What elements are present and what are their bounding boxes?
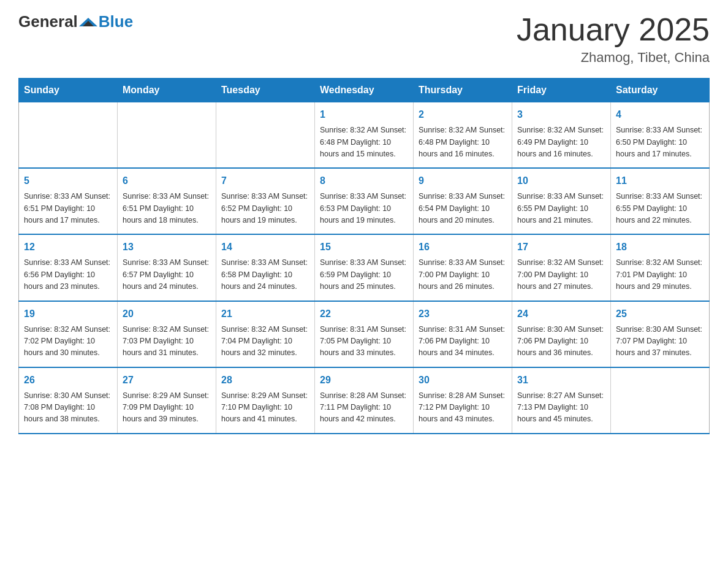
header-monday: Monday: [118, 79, 216, 102]
calendar-cell: 4Sunrise: 8:33 AM Sunset: 6:50 PM Daylig…: [611, 102, 710, 169]
day-number: 10: [517, 174, 605, 188]
day-info: Sunrise: 8:33 AM Sunset: 6:57 PM Dayligh…: [123, 257, 211, 293]
calendar-cell: [216, 102, 315, 169]
day-info: Sunrise: 8:32 AM Sunset: 6:49 PM Dayligh…: [517, 124, 605, 160]
calendar-cell: [19, 102, 118, 169]
day-number: 20: [123, 307, 211, 321]
day-number: 29: [320, 373, 408, 388]
calendar-week-row: 26Sunrise: 8:30 AM Sunset: 7:08 PM Dayli…: [19, 367, 710, 434]
calendar-cell: 22Sunrise: 8:31 AM Sunset: 7:05 PM Dayli…: [315, 301, 414, 367]
calendar-week-row: 1Sunrise: 8:32 AM Sunset: 6:48 PM Daylig…: [19, 102, 710, 169]
day-info: Sunrise: 8:30 AM Sunset: 7:07 PM Dayligh…: [616, 324, 704, 359]
day-number: 31: [517, 373, 605, 388]
calendar-cell: 19Sunrise: 8:32 AM Sunset: 7:02 PM Dayli…: [19, 301, 118, 367]
header-sunday: Sunday: [19, 79, 118, 102]
logo: General Blue: [18, 12, 133, 31]
calendar-cell: 28Sunrise: 8:29 AM Sunset: 7:10 PM Dayli…: [216, 367, 315, 434]
calendar-cell: 8Sunrise: 8:33 AM Sunset: 6:53 PM Daylig…: [315, 168, 414, 234]
day-number: 23: [419, 307, 507, 321]
day-number: 6: [123, 174, 211, 188]
month-title: January 2025: [517, 12, 710, 47]
day-info: Sunrise: 8:29 AM Sunset: 7:10 PM Dayligh…: [221, 390, 309, 426]
calendar-cell: 9Sunrise: 8:33 AM Sunset: 6:54 PM Daylig…: [414, 168, 512, 234]
calendar-cell: 6Sunrise: 8:33 AM Sunset: 6:51 PM Daylig…: [118, 168, 216, 234]
day-number: 1: [320, 107, 408, 122]
calendar-cell: 14Sunrise: 8:33 AM Sunset: 6:58 PM Dayli…: [216, 234, 315, 301]
calendar-cell: 18Sunrise: 8:32 AM Sunset: 7:01 PM Dayli…: [611, 234, 710, 301]
calendar-cell: 13Sunrise: 8:33 AM Sunset: 6:57 PM Dayli…: [118, 234, 216, 301]
calendar-cell: 30Sunrise: 8:28 AM Sunset: 7:12 PM Dayli…: [414, 367, 512, 434]
calendar-week-row: 12Sunrise: 8:33 AM Sunset: 6:56 PM Dayli…: [19, 234, 710, 301]
day-info: Sunrise: 8:29 AM Sunset: 7:09 PM Dayligh…: [123, 390, 211, 426]
day-number: 11: [616, 174, 704, 188]
day-number: 17: [517, 240, 605, 255]
day-info: Sunrise: 8:31 AM Sunset: 7:05 PM Dayligh…: [320, 324, 408, 359]
day-info: Sunrise: 8:31 AM Sunset: 7:06 PM Dayligh…: [419, 324, 507, 359]
day-number: 26: [24, 373, 112, 388]
day-info: Sunrise: 8:33 AM Sunset: 6:50 PM Dayligh…: [616, 124, 704, 160]
day-number: 3: [517, 107, 605, 122]
day-info: Sunrise: 8:33 AM Sunset: 6:51 PM Dayligh…: [123, 191, 211, 226]
calendar-cell: 31Sunrise: 8:27 AM Sunset: 7:13 PM Dayli…: [512, 367, 611, 434]
calendar-cell: 27Sunrise: 8:29 AM Sunset: 7:09 PM Dayli…: [118, 367, 216, 434]
day-number: 24: [517, 307, 605, 321]
calendar-cell: [118, 102, 216, 169]
calendar-cell: 11Sunrise: 8:33 AM Sunset: 6:55 PM Dayli…: [611, 168, 710, 234]
day-number: 30: [419, 373, 507, 388]
calendar-cell: 1Sunrise: 8:32 AM Sunset: 6:48 PM Daylig…: [315, 102, 414, 169]
location-title: Zhamog, Tibet, China: [517, 50, 710, 66]
day-number: 14: [221, 240, 309, 255]
day-info: Sunrise: 8:33 AM Sunset: 6:55 PM Dayligh…: [616, 191, 704, 226]
logo-icon: [79, 13, 97, 31]
day-info: Sunrise: 8:32 AM Sunset: 7:01 PM Dayligh…: [616, 257, 704, 293]
day-info: Sunrise: 8:33 AM Sunset: 6:51 PM Dayligh…: [24, 191, 112, 226]
calendar-table: Sunday Monday Tuesday Wednesday Thursday…: [18, 78, 710, 434]
day-number: 7: [221, 174, 309, 188]
day-info: Sunrise: 8:27 AM Sunset: 7:13 PM Dayligh…: [517, 390, 605, 426]
calendar-cell: 12Sunrise: 8:33 AM Sunset: 6:56 PM Dayli…: [19, 234, 118, 301]
day-number: 2: [419, 107, 507, 122]
day-info: Sunrise: 8:32 AM Sunset: 7:03 PM Dayligh…: [123, 324, 211, 359]
calendar-cell: 20Sunrise: 8:32 AM Sunset: 7:03 PM Dayli…: [118, 301, 216, 367]
day-info: Sunrise: 8:33 AM Sunset: 6:56 PM Dayligh…: [24, 257, 112, 293]
calendar-cell: 3Sunrise: 8:32 AM Sunset: 6:49 PM Daylig…: [512, 102, 611, 169]
calendar-cell: 16Sunrise: 8:33 AM Sunset: 7:00 PM Dayli…: [414, 234, 512, 301]
calendar-cell: 29Sunrise: 8:28 AM Sunset: 7:11 PM Dayli…: [315, 367, 414, 434]
day-number: 8: [320, 174, 408, 188]
day-number: 5: [24, 174, 112, 188]
day-number: 12: [24, 240, 112, 255]
calendar-week-row: 5Sunrise: 8:33 AM Sunset: 6:51 PM Daylig…: [19, 168, 710, 234]
calendar-cell: 25Sunrise: 8:30 AM Sunset: 7:07 PM Dayli…: [611, 301, 710, 367]
calendar-cell: 26Sunrise: 8:30 AM Sunset: 7:08 PM Dayli…: [19, 367, 118, 434]
day-number: 15: [320, 240, 408, 255]
day-info: Sunrise: 8:33 AM Sunset: 6:53 PM Dayligh…: [320, 191, 408, 226]
day-info: Sunrise: 8:33 AM Sunset: 6:59 PM Dayligh…: [320, 257, 408, 293]
day-number: 21: [221, 307, 309, 321]
day-info: Sunrise: 8:32 AM Sunset: 7:04 PM Dayligh…: [221, 324, 309, 359]
day-info: Sunrise: 8:33 AM Sunset: 6:52 PM Dayligh…: [221, 191, 309, 226]
calendar-week-row: 19Sunrise: 8:32 AM Sunset: 7:02 PM Dayli…: [19, 301, 710, 367]
day-number: 22: [320, 307, 408, 321]
day-number: 25: [616, 307, 704, 321]
day-number: 18: [616, 240, 704, 255]
day-info: Sunrise: 8:33 AM Sunset: 6:54 PM Dayligh…: [419, 191, 507, 226]
calendar-cell: 5Sunrise: 8:33 AM Sunset: 6:51 PM Daylig…: [19, 168, 118, 234]
day-number: 16: [419, 240, 507, 255]
day-info: Sunrise: 8:30 AM Sunset: 7:08 PM Dayligh…: [24, 390, 112, 426]
logo-blue-text: Blue: [99, 12, 133, 31]
calendar-cell: 2Sunrise: 8:32 AM Sunset: 6:48 PM Daylig…: [414, 102, 512, 169]
calendar-cell: 21Sunrise: 8:32 AM Sunset: 7:04 PM Dayli…: [216, 301, 315, 367]
weekday-header-row: Sunday Monday Tuesday Wednesday Thursday…: [19, 79, 710, 102]
day-number: 13: [123, 240, 211, 255]
day-info: Sunrise: 8:28 AM Sunset: 7:11 PM Dayligh…: [320, 390, 408, 426]
day-info: Sunrise: 8:33 AM Sunset: 7:00 PM Dayligh…: [419, 257, 507, 293]
calendar-cell: 7Sunrise: 8:33 AM Sunset: 6:52 PM Daylig…: [216, 168, 315, 234]
calendar-cell: 15Sunrise: 8:33 AM Sunset: 6:59 PM Dayli…: [315, 234, 414, 301]
header-saturday: Saturday: [611, 79, 710, 102]
calendar-cell: 10Sunrise: 8:33 AM Sunset: 6:55 PM Dayli…: [512, 168, 611, 234]
header-thursday: Thursday: [414, 79, 512, 102]
day-info: Sunrise: 8:32 AM Sunset: 7:00 PM Dayligh…: [517, 257, 605, 293]
day-number: 9: [419, 174, 507, 188]
calendar-cell: 24Sunrise: 8:30 AM Sunset: 7:06 PM Dayli…: [512, 301, 611, 367]
day-number: 19: [24, 307, 112, 321]
